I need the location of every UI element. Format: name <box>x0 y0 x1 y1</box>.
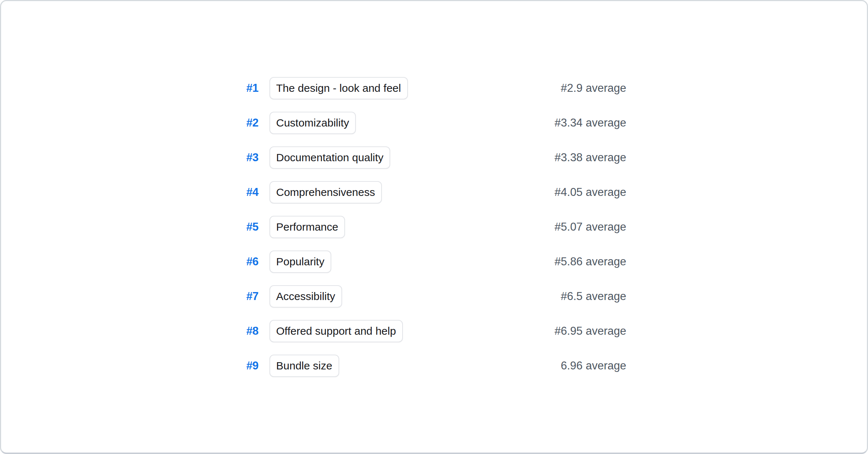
average-score: #5.07 average <box>554 220 626 234</box>
rank-number: #8 <box>242 325 259 338</box>
ranking-row: #3 Documentation quality #3.38 average <box>242 146 626 169</box>
option-label-box: Customizability <box>269 112 356 134</box>
ranking-row: #6 Popularity #5.86 average <box>242 250 626 273</box>
option-label-box: Bundle size <box>269 355 339 377</box>
rank-number: #9 <box>242 359 259 372</box>
option-label: Bundle size <box>276 360 332 372</box>
ranking-results-card: #1 The design - look and feel #2.9 avera… <box>0 0 868 454</box>
average-score: #4.05 average <box>554 186 626 199</box>
rank-number: #5 <box>242 220 259 234</box>
option-label-box: Comprehensiveness <box>269 181 382 204</box>
ranking-row: #8 Offered support and help #6.95 averag… <box>242 320 626 342</box>
option-label: Offered support and help <box>276 325 396 337</box>
option-label-box: Popularity <box>269 250 331 273</box>
average-score: #6.5 average <box>561 290 626 303</box>
option-label: Accessibility <box>276 290 335 303</box>
rank-number: #6 <box>242 255 259 268</box>
average-score: #3.38 average <box>554 151 626 164</box>
average-score: 6.96 average <box>561 359 626 372</box>
option-label: Comprehensiveness <box>276 186 375 198</box>
option-label: Performance <box>276 221 339 233</box>
average-score: #5.86 average <box>554 255 626 268</box>
ranking-row: #4 Comprehensiveness #4.05 average <box>242 181 626 204</box>
option-label: The design - look and feel <box>276 82 401 94</box>
average-score: #3.34 average <box>554 116 626 129</box>
option-label-box: Accessibility <box>269 285 342 308</box>
option-label: Documentation quality <box>276 151 384 164</box>
ranking-row: #7 Accessibility #6.5 average <box>242 285 626 308</box>
rank-number: #3 <box>242 151 259 164</box>
rank-number: #7 <box>242 290 259 303</box>
option-label-box: Performance <box>269 216 345 238</box>
ranking-row: #5 Performance #5.07 average <box>242 216 626 238</box>
rank-number: #1 <box>242 82 259 95</box>
option-label: Customizability <box>276 117 349 129</box>
ranking-row: #2 Customizability #3.34 average <box>242 112 626 134</box>
option-label-box: Offered support and help <box>269 320 403 342</box>
rank-number: #2 <box>242 116 259 129</box>
average-score: #6.95 average <box>554 325 626 338</box>
option-label: Popularity <box>276 256 324 268</box>
option-label-box: Documentation quality <box>269 146 391 169</box>
average-score: #2.9 average <box>561 82 626 95</box>
rank-number: #4 <box>242 186 259 199</box>
ranking-list: #1 The design - look and feel #2.9 avera… <box>242 77 626 377</box>
ranking-row: #9 Bundle size 6.96 average <box>242 355 626 377</box>
option-label-box: The design - look and feel <box>269 77 408 99</box>
ranking-row: #1 The design - look and feel #2.9 avera… <box>242 77 626 99</box>
